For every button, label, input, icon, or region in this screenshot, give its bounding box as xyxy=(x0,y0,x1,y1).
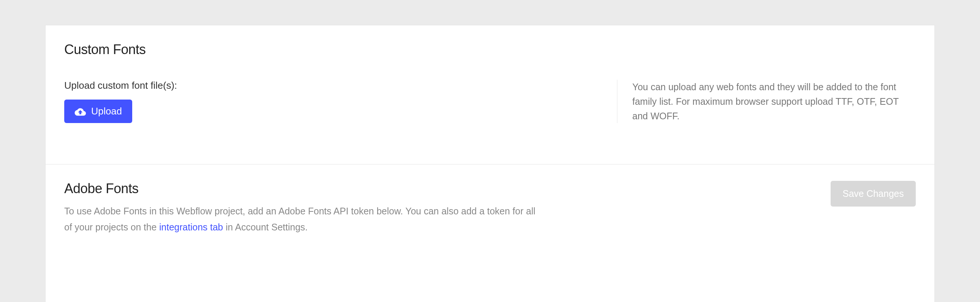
custom-fonts-section: Custom Fonts Upload custom font file(s):… xyxy=(46,25,934,164)
adobe-fonts-title: Adobe Fonts xyxy=(64,181,916,196)
custom-fonts-title: Custom Fonts xyxy=(64,42,916,57)
save-changes-button[interactable]: Save Changes xyxy=(830,181,916,207)
integrations-tab-link[interactable]: integrations tab xyxy=(159,222,223,232)
adobe-fonts-description: To use Adobe Fonts in this Webflow proje… xyxy=(64,203,542,235)
custom-fonts-help-text: You can upload any web fonts and they wi… xyxy=(632,80,916,123)
cloud-upload-icon xyxy=(75,107,86,116)
upload-button-label: Upload xyxy=(91,106,122,117)
adobe-fonts-section: Adobe Fonts To use Adobe Fonts in this W… xyxy=(46,164,934,250)
upload-label: Upload custom font file(s): xyxy=(64,80,595,91)
upload-button[interactable]: Upload xyxy=(64,100,132,123)
